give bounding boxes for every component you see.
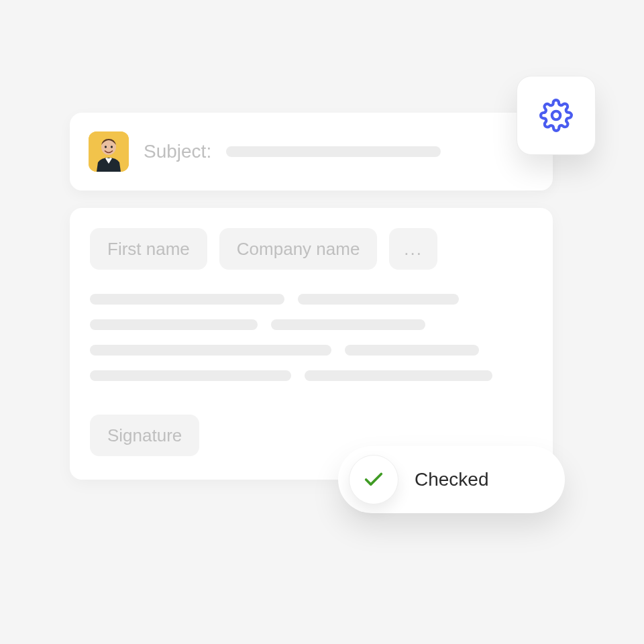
svg-point-4 — [552, 111, 561, 120]
avatar — [89, 131, 129, 172]
body-card: First name Company name ... Signature — [70, 208, 553, 480]
checked-badge: Checked — [338, 446, 565, 513]
first-name-chip[interactable]: First name — [90, 228, 207, 270]
svg-point-2 — [105, 146, 107, 148]
more-chip[interactable]: ... — [389, 228, 437, 270]
gear-icon — [539, 99, 573, 132]
check-icon — [362, 468, 385, 491]
subject-card: Subject: — [70, 113, 553, 191]
checked-label: Checked — [415, 469, 489, 490]
signature-chip[interactable]: Signature — [90, 415, 199, 456]
body-skeleton — [90, 294, 533, 381]
svg-point-3 — [111, 146, 113, 148]
variable-chip-row: First name Company name ... — [90, 228, 533, 270]
subject-label: Subject: — [144, 141, 211, 162]
check-circle — [349, 455, 398, 504]
settings-button[interactable] — [517, 76, 596, 155]
company-name-chip[interactable]: Company name — [219, 228, 378, 270]
subject-placeholder — [226, 146, 441, 157]
